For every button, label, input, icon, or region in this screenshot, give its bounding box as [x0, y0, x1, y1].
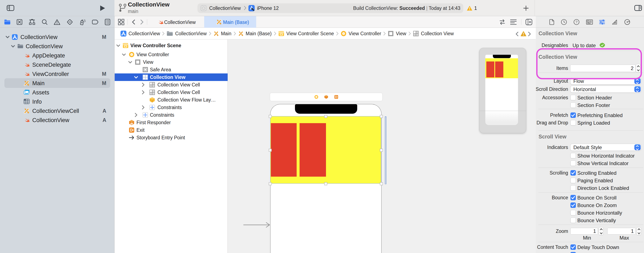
svg-text:1: 1 — [131, 123, 132, 125]
svg-text:?: ? — [576, 20, 577, 24]
